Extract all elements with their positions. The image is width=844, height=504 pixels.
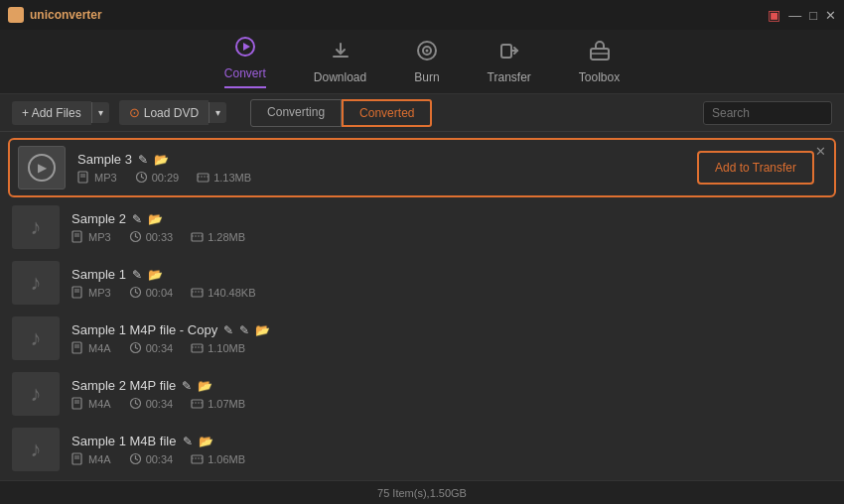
edit-icon[interactable]: ✎ — [183, 435, 193, 448]
svg-rect-46 — [192, 400, 203, 408]
nav-label-convert: Convert — [224, 66, 266, 80]
minus-icon[interactable]: — — [788, 8, 801, 23]
toolbox-icon — [589, 40, 611, 66]
svg-line-29 — [135, 293, 137, 294]
tab-converted[interactable]: Converted — [342, 99, 432, 127]
file-meta: M4A 00:34 1.06MB — [71, 452, 832, 465]
file-format: MP3 — [77, 171, 117, 184]
folder-icon[interactable]: 📂 — [198, 379, 212, 393]
file-size: 140.48KB — [191, 286, 255, 299]
svg-line-37 — [135, 348, 137, 349]
file-name: Sample 1 — [71, 267, 126, 282]
file-name-row: Sample 2 M4P file ✎ 📂 — [71, 378, 832, 393]
format-label: M4A — [88, 453, 111, 465]
titlebar: uniconverter ▣ — □ ✕ — [0, 0, 844, 30]
svg-line-13 — [141, 178, 143, 179]
list-item: ♪ Sample 2 M4P file ✎ 📂 M4A 00:34 — [0, 366, 844, 422]
format-label: MP3 — [94, 172, 117, 184]
file-list: ▶ Sample 3 ✎ 📂 MP3 00:29 — [0, 132, 844, 480]
file-duration: 00:34 — [129, 341, 174, 354]
edit-icon[interactable]: ✎ — [132, 268, 142, 282]
list-item: ♪ Sample 1 M4P file - Copy ✎ ✎ 📂 M4A 00:… — [0, 311, 844, 366]
svg-line-45 — [135, 404, 137, 405]
format-label: MP3 — [88, 287, 111, 299]
size-label: 140.48KB — [208, 287, 255, 299]
nav-item-burn[interactable]: Burn — [414, 40, 439, 84]
duration-label: 00:04 — [146, 287, 174, 299]
file-meta: MP3 00:04 140.48KB — [71, 286, 832, 299]
navbar: Convert Download Burn — [0, 30, 844, 94]
statusbar-text: 75 Item(s),1.50GB — [377, 487, 467, 499]
svg-marker-1 — [243, 43, 250, 51]
nav-item-transfer[interactable]: Transfer — [488, 40, 531, 84]
convert-icon — [234, 36, 256, 63]
nav-item-convert[interactable]: Convert — [224, 36, 266, 88]
search-input[interactable] — [703, 101, 832, 125]
nav-label-transfer: Transfer — [488, 70, 531, 84]
folder-icon[interactable]: 📂 — [255, 323, 270, 337]
file-name-row: Sample 1 ✎ 📂 — [71, 267, 832, 282]
folder-icon[interactable]: 📂 — [148, 268, 163, 282]
maximize-icon[interactable]: □ — [809, 8, 817, 23]
file-thumb-play[interactable]: ▶ — [18, 146, 66, 189]
nav-item-download[interactable]: Download — [314, 40, 366, 84]
load-dvd-dropdown-button[interactable]: ▾ — [209, 102, 226, 123]
file-name: Sample 1 M4P file - Copy — [71, 322, 217, 337]
minimize-icon[interactable]: ▣ — [768, 7, 780, 23]
window-controls[interactable]: ▣ — □ ✕ — [768, 7, 836, 23]
add-to-transfer-button[interactable]: Add to Transfer — [697, 151, 814, 185]
file-name-row: Sample 2 ✎ 📂 — [71, 211, 832, 226]
folder-icon[interactable]: 📂 — [148, 212, 163, 226]
file-duration: 00:04 — [129, 286, 174, 299]
add-files-dropdown-button[interactable]: ▾ — [91, 102, 109, 123]
nav-item-toolbox[interactable]: Toolbox — [579, 40, 620, 84]
folder-icon[interactable]: 📂 — [154, 153, 169, 167]
svg-rect-5 — [501, 45, 511, 58]
close-icon[interactable]: ✕ — [825, 8, 836, 23]
play-button[interactable]: ▶ — [28, 154, 56, 182]
svg-line-53 — [135, 459, 137, 460]
file-meta: MP3 00:29 1.13MB — [77, 171, 697, 184]
file-name: Sample 2 — [71, 211, 126, 226]
file-thumb: ♪ — [12, 205, 60, 249]
file-format: M4A — [71, 452, 111, 465]
edit-icon[interactable]: ✎ — [138, 153, 148, 167]
add-files-button[interactable]: + Add Files — [12, 101, 91, 125]
file-name: Sample 2 M4P file — [71, 378, 176, 393]
file-thumb: ♪ — [12, 372, 60, 416]
edit-icon[interactable]: ✎ — [132, 212, 142, 226]
edit-icon[interactable]: ✎ — [182, 379, 192, 393]
file-format: M4A — [71, 341, 111, 354]
nav-underline-convert — [224, 86, 266, 88]
music-note-icon: ♪ — [31, 270, 42, 296]
size-label: 1.10MB — [208, 342, 245, 354]
duration-label: 00:34 — [146, 398, 174, 410]
file-info: Sample 2 M4P file ✎ 📂 M4A 00:34 1.07MB — [71, 378, 832, 410]
app-title: uniconverter — [30, 8, 102, 22]
load-dvd-button[interactable]: ⊙ Load DVD — [119, 100, 209, 125]
format-label: M4A — [88, 342, 111, 354]
list-item: ♪ Sample 1 M4B file ✎ 📂 M4A 00:34 — [0, 422, 844, 477]
file-meta: M4A 00:34 1.10MB — [71, 341, 832, 354]
file-info: Sample 1 M4B file ✎ 📂 M4A 00:34 1.06MB — [71, 434, 832, 465]
tab-converting[interactable]: Converting — [250, 99, 342, 127]
folder-icon[interactable]: 📂 — [199, 435, 213, 448]
list-item: ♪ Sample 2 ✎ 📂 MP3 00:33 — [0, 199, 844, 255]
nav-label-burn: Burn — [414, 70, 439, 84]
edit-icon[interactable]: ✎ — [223, 323, 233, 337]
download-icon — [330, 40, 352, 66]
file-name: Sample 1 M4B file — [71, 434, 177, 448]
svg-rect-30 — [192, 289, 203, 297]
size-label: 1.28MB — [208, 231, 245, 243]
music-note-icon: ♪ — [31, 381, 42, 407]
file-size: 1.10MB — [191, 341, 245, 354]
file-info: Sample 3 ✎ 📂 MP3 00:29 1.13MB — [77, 152, 697, 184]
svg-point-4 — [425, 49, 428, 52]
svg-rect-22 — [192, 233, 203, 241]
music-note-icon: ♪ — [31, 325, 42, 351]
edit-icon-extra[interactable]: ✎ — [239, 323, 249, 337]
music-note-icon: ♪ — [31, 437, 42, 462]
svg-rect-54 — [192, 455, 203, 463]
nav-label-toolbox: Toolbox — [579, 70, 620, 84]
close-icon[interactable]: ✕ — [815, 144, 826, 159]
